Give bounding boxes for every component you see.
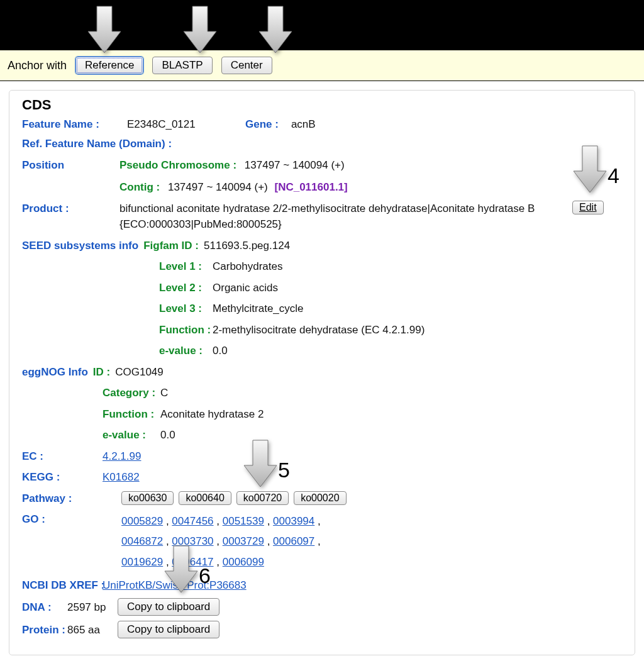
seed-subsystems-label: SEED subsystems info — [22, 238, 138, 254]
kegg-label: KEGG : — [22, 469, 103, 486]
gene-label: Gene : — [245, 118, 279, 131]
eggnog-category-value: C — [160, 385, 168, 401]
go-link-0005829[interactable]: 0005829 — [121, 515, 163, 527]
edit-button[interactable]: Edit — [572, 201, 604, 214]
go-link-0051539[interactable]: 0051539 — [223, 515, 264, 527]
anchor-with-label: Anchor with — [8, 59, 67, 72]
eggnog-evalue-label: e-value : — [103, 427, 160, 443]
pathway-button-ko00630[interactable]: ko00630 — [121, 491, 174, 505]
feature-name-label: Feature Name : — [22, 118, 119, 131]
eggnog-function-value: Aconitate hydratase 2 — [160, 406, 264, 423]
level2-label: Level 2 : — [159, 280, 213, 296]
pseudo-chromosome-value: 137497 ~ 140094 (+) — [245, 159, 345, 171]
panel-title: CDS — [22, 97, 622, 113]
go-link-0006099[interactable]: 0006099 — [223, 556, 264, 568]
go-link-0003730[interactable]: 0003730 — [172, 535, 213, 547]
anchor-bar: Anchor with Reference BLASTP Center — [0, 50, 644, 81]
kegg-link[interactable]: K01682 — [103, 469, 140, 486]
feature-name-value: E2348C_0121 — [127, 118, 196, 131]
pathway-button-ko00720[interactable]: ko00720 — [236, 491, 289, 505]
go-link-0006097[interactable]: 0006097 — [273, 535, 314, 547]
figfam-id-label: Figfam ID : — [143, 238, 199, 254]
copy-dna-button[interactable]: Copy to clipboard — [118, 598, 219, 616]
figfam-id-value: 511693.5.peg.124 — [204, 238, 290, 254]
eggnog-function-label: Function : — [103, 406, 160, 423]
level3-value: Methylcitrate_cycle — [213, 301, 304, 317]
ec-label: EC : — [22, 448, 103, 465]
reference-button[interactable]: Reference — [75, 57, 143, 74]
contig-label: Contig : — [119, 181, 160, 193]
dna-label: DNA : — [22, 599, 67, 616]
eggnog-info-label: eggNOG Info — [22, 364, 88, 380]
seed-evalue-label: e-value : — [159, 343, 213, 359]
protein-label: Protein : — [22, 622, 67, 638]
top-black-bar — [0, 0, 644, 50]
pathway-label: Pathway : — [22, 491, 103, 507]
go-link-0047456[interactable]: 0047456 — [172, 515, 213, 527]
go-label: GO : — [22, 511, 103, 528]
ncbi-label: NCBI DB XREF : — [22, 577, 103, 594]
go-link-0003729[interactable]: 0003729 — [223, 535, 264, 547]
pseudo-chromosome-label: Pseudo Chromosome : — [119, 159, 236, 171]
contig-value: 137497 ~ 140094 (+) — [168, 181, 268, 193]
eggnog-id-value: COG1049 — [115, 364, 164, 380]
go-link-0006417[interactable]: 0006417 — [172, 556, 213, 568]
product-value: bifunctional aconitate hydratase 2/2-met… — [119, 201, 560, 233]
level2-value: Organic acids — [213, 280, 278, 296]
product-label: Product : — [22, 201, 119, 217]
pathway-button-ko00020[interactable]: ko00020 — [294, 491, 346, 505]
blastp-button[interactable]: BLASTP — [152, 57, 212, 74]
seed-function-label: Function : — [159, 322, 213, 338]
seed-function-value: 2-methylisocitrate dehydratase (EC 4.2.1… — [213, 322, 425, 338]
ncbi-link[interactable]: UniProtKB/Swiss-Prot:P36683 — [103, 577, 247, 594]
position-label: Position — [22, 157, 119, 174]
ec-link[interactable]: 4.2.1.99 — [103, 448, 141, 465]
seed-evalue-value: 0.0 — [213, 343, 228, 359]
dna-value: 2597 bp — [67, 599, 118, 616]
level1-label: Level 1 : — [159, 258, 213, 275]
contig-ref-link[interactable]: [NC_011601.1] — [274, 181, 347, 193]
eggnog-category-label: Category : — [103, 385, 160, 401]
go-link-0019629[interactable]: 0019629 — [121, 556, 163, 568]
eggnog-evalue-value: 0.0 — [160, 427, 175, 443]
center-button[interactable]: Center — [221, 57, 272, 74]
protein-value: 865 aa — [67, 622, 118, 638]
level1-value: Carbohydrates — [213, 258, 283, 275]
gene-value: acnB — [291, 118, 316, 131]
cds-panel: CDS Feature Name : E2348C_0121 Gene : ac… — [9, 90, 635, 655]
go-link-0003994[interactable]: 0003994 — [273, 515, 314, 527]
go-link-0046872[interactable]: 0046872 — [121, 535, 163, 547]
ref-feature-name-label: Ref. Feature Name (Domain) : — [22, 136, 172, 152]
eggnog-id-label: ID : — [93, 364, 110, 380]
pathway-button-ko00640[interactable]: ko00640 — [179, 491, 231, 505]
copy-protein-button[interactable]: Copy to clipboard — [118, 621, 219, 638]
level3-label: Level 3 : — [159, 301, 213, 317]
